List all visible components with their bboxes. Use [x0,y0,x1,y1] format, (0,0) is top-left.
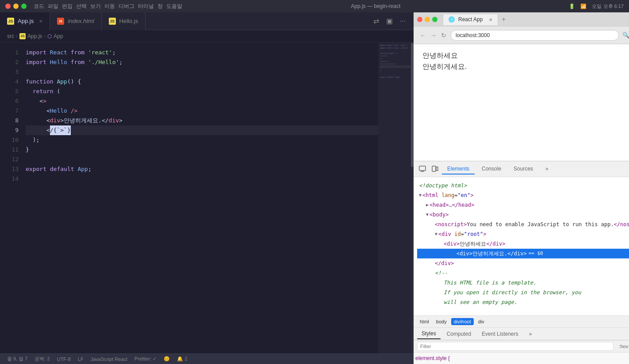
tab-bar: JS App.js × H index.html JS Hello.js ⇄ ▣… [0,12,414,30]
dom-comment-start: <!-- [417,268,629,278]
minimize-button[interactable] [13,4,19,9]
emoji-icon[interactable]: 😊 [164,356,170,362]
split-editor-icon[interactable]: ▣ [384,15,395,27]
breadcrumb-comp-icon: ⬡ [47,33,52,39]
close-button[interactable] [5,4,11,9]
fullscreen-button[interactable] [21,4,27,9]
browser-tab-close[interactable]: × [489,16,492,23]
dom-noscript[interactable]: <noscript>You need to enable JavaScript … [417,220,629,229]
devtools-tab-more[interactable]: » [540,164,554,174]
devtools-breadcrumb: html body div#root div [414,315,629,328]
element-style-rule: element.style { [415,355,450,361]
styles-filter-buttons: :hov .cls + [617,343,629,349]
menu-view[interactable]: 보기 [90,3,101,10]
dom-div-root-close: </div> [417,258,629,268]
menu-window[interactable]: 창 [157,3,163,10]
scrollbar[interactable] [411,42,414,353]
main-container: JS App.js × H index.html JS Hello.js ⇄ ▣… [0,12,629,364]
breadcrumb-src[interactable]: src [7,33,14,39]
tab-indexhtml[interactable]: H index.html [50,12,101,30]
svg-rect-1 [432,166,436,171]
browser-active-tab[interactable]: ⚛ React App × [443,14,498,25]
dom-tree[interactable]: <!doctype html> ▼<html lang="en"> ▶<head… [414,177,629,315]
menu-go[interactable]: 이동 [104,3,115,10]
menu-select[interactable]: 선택 [76,3,87,10]
inspect-element-icon[interactable] [417,164,428,174]
dom-div-hello[interactable]: <div>안녕하세요</div> [417,239,629,249]
menu-edit[interactable]: 편집 [62,3,73,10]
breadcrumb-sep1: › [16,33,18,39]
menu-terminal[interactable]: 터미널 [138,3,154,10]
breadcrumb-body[interactable]: body [433,318,449,325]
browser-text-2: 안녕히게세요. [422,62,629,72]
menu-code[interactable]: 코드 [34,3,44,10]
breadcrumb-div[interactable]: div [476,318,487,325]
code-line-1: import React from 'react'; [26,48,378,57]
dom-body[interactable]: ▼<body> [417,210,629,220]
line-numbers: 12345 678910 11121314 [0,42,22,353]
spaces-setting[interactable]: 공백: 2 [35,356,50,362]
styles-tabs: Styles Computed Event Listeners » [414,328,629,340]
device-toolbar-icon[interactable] [430,164,440,174]
dom-head[interactable]: ▶<head>…</head> [417,200,629,210]
bell-notifications[interactable]: 🔔 2 [177,356,187,362]
styles-filter-bar: :hov .cls + [414,340,629,353]
hover-toggle[interactable]: :hov [617,343,629,349]
styles-filter-input[interactable] [417,342,614,351]
editor-pane: JS App.js × H index.html JS Hello.js ⇄ ▣… [0,12,414,364]
git-icon[interactable]: ⇄ [371,15,382,27]
svg-rect-0 [419,166,426,171]
search-icon[interactable]: 🔍 [622,32,629,38]
devtools-tab-console[interactable]: Console [476,164,506,174]
browser-text-1: 안녕하세요 [422,51,629,61]
tab-appjs[interactable]: JS App.js × [0,12,50,30]
react-tab-icon: ⚛ [449,16,455,23]
menu-debug[interactable]: 디버그 [119,3,134,10]
wifi-icon: 📶 [580,4,587,9]
refresh-button[interactable]: ↻ [440,31,447,40]
code-content[interactable]: import React from 'react'; import Hello … [22,42,378,353]
url-text: localhost:3000 [456,32,490,38]
styles-tab-more[interactable]: » [525,329,537,339]
forward-button[interactable]: → [430,31,437,40]
styles-tab-eventlisteners[interactable]: Event Listeners [477,329,523,339]
tab-hellojs[interactable]: JS Hello.js [102,12,146,30]
new-tab-button[interactable]: + [498,15,509,23]
more-actions-icon[interactable]: ··· [397,15,408,27]
title-bar-icons: 🔋 📶 오일 오후 6:17 [569,3,624,10]
line-ending[interactable]: LF [78,356,84,362]
browser-tab-bar: ⚛ React App × + [414,12,629,27]
encoding[interactable]: UTF-8 [57,356,71,362]
breadcrumb-html[interactable]: html [417,318,432,325]
menu-file[interactable]: 파일 [48,3,58,10]
back-button[interactable]: ← [419,31,427,40]
code-line-9: </{`>`} [26,125,378,135]
dom-comment-2: If you open it directly in the browser, … [417,288,629,297]
browser-fullscreen[interactable] [432,17,437,22]
language-mode[interactable]: JavaScript React [91,356,127,362]
breadcrumb-divroot[interactable]: div#root [451,318,474,325]
devtools-tab-sources[interactable]: Sources [508,164,538,174]
dom-html[interactable]: ▼<html lang="en"> [417,190,629,200]
code-area: 12345 678910 11121314 import React from … [0,42,414,353]
prettier-status[interactable]: Prettier: ✓ [134,356,157,362]
devtools-tab-elements[interactable]: Elements [442,164,475,174]
browser-close[interactable] [417,17,422,22]
time-display: 오일 오후 6:17 [592,3,624,10]
dom-div-selected[interactable]: ... <div>안녕히게세요.</div>== $0 [417,249,629,258]
breadcrumb-app[interactable]: ⬡ App [47,33,63,39]
browser-minimize[interactable] [425,17,430,22]
dom-div-root[interactable]: ▼<div id="root"> [417,229,629,239]
styles-tab-computed[interactable]: Computed [442,329,476,339]
minimap: import React from 'react'; import Hello … [378,42,414,353]
url-bar[interactable]: localhost:3000 [451,30,619,41]
styles-tab-styles[interactable]: Styles [417,329,441,339]
cursor-position: 줄 9, 열 7 [7,356,27,362]
tab-appjs-close[interactable]: × [39,18,42,24]
breadcrumb-appjs[interactable]: JS App.js [19,33,42,39]
browser-chrome: ← → ↻ localhost:3000 🔍 ☆ 👤 [414,27,629,44]
dom-comment-1: This HTML file is a template. [417,278,629,288]
menu-help[interactable]: 도움말 [166,3,182,10]
svg-rect-2 [436,167,438,171]
code-line-3 [26,67,378,77]
